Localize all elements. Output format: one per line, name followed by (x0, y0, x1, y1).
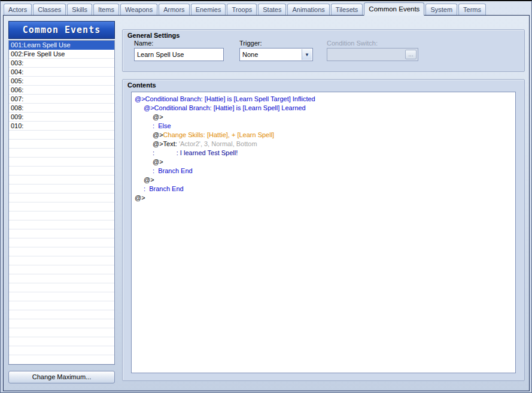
tab-armors[interactable]: Armors (159, 4, 189, 15)
condition-switch-browse-button: ... (405, 50, 417, 59)
condition-switch-field: ... (327, 48, 418, 61)
event-command-line[interactable]: @> (135, 176, 515, 185)
trigger-value: None (242, 49, 258, 61)
event-command-line[interactable]: @>Conditional Branch: [Hattie] is [Learn… (135, 95, 515, 104)
list-item[interactable] (9, 337, 114, 346)
database-window: ActorsClassesSkillsItemsWeaponsArmorsEne… (0, 0, 532, 393)
event-command-line[interactable]: : Else (135, 122, 515, 131)
command-text: @> (144, 176, 154, 183)
tab-weapons[interactable]: Weapons (120, 4, 157, 15)
list-item[interactable] (9, 355, 114, 364)
list-item[interactable] (9, 229, 114, 238)
event-list[interactable]: 001:Learn Spell Use002:Fire Spell Use003… (8, 40, 115, 365)
list-item[interactable] (9, 238, 114, 247)
list-item[interactable] (9, 131, 114, 140)
list-item[interactable] (9, 211, 114, 220)
tab-troops[interactable]: Troops (227, 4, 257, 15)
command-text: @> (153, 113, 163, 120)
event-command-line[interactable]: @>Conditional Branch: [Hattie] is [Learn… (135, 104, 515, 113)
list-item[interactable] (9, 140, 114, 149)
sidebar-title: Common Events (8, 21, 115, 39)
command-text: Change Skills: [Hattie], + [Learn Spell] (163, 131, 275, 138)
event-command-line[interactable]: : Branch End (135, 167, 515, 176)
list-item[interactable] (9, 185, 114, 194)
command-text: @>Text: (153, 140, 179, 147)
event-command-line[interactable]: @>Change Skills: [Hattie], + [Learn Spel… (135, 131, 515, 140)
tab-bar: ActorsClassesSkillsItemsWeaponsArmorsEne… (4, 2, 530, 15)
trigger-label: Trigger: (239, 40, 262, 47)
tab-system[interactable]: System (425, 4, 457, 15)
general-settings-group: General Settings Name: Trigger: None ▼ C… (122, 29, 525, 72)
event-command-line[interactable]: : : I learned Test Spell! (135, 149, 515, 158)
list-item[interactable] (9, 274, 114, 283)
event-command-line[interactable]: : Branch End (135, 185, 515, 194)
list-item[interactable]: 010: (9, 122, 114, 131)
list-item[interactable]: 003: (9, 59, 114, 68)
list-item[interactable]: 005: (9, 77, 114, 86)
list-item[interactable]: 004: (9, 68, 114, 77)
command-text: : Branch End (144, 185, 184, 192)
name-input[interactable] (134, 48, 224, 61)
list-item[interactable] (9, 158, 114, 167)
list-item[interactable] (9, 292, 114, 301)
command-text: @> (135, 194, 145, 201)
list-item[interactable] (9, 256, 114, 265)
list-item[interactable] (9, 202, 114, 211)
tab-terms[interactable]: Terms (458, 4, 486, 15)
chevron-down-icon[interactable]: ▼ (302, 49, 312, 60)
list-item[interactable]: 007: (9, 95, 114, 104)
list-item[interactable] (9, 319, 114, 328)
tab-tilesets[interactable]: Tilesets (331, 4, 363, 15)
command-text: @> (153, 158, 163, 165)
command-text: : Else (153, 122, 171, 129)
list-item[interactable] (9, 194, 114, 202)
tab-actors[interactable]: Actors (4, 4, 32, 15)
event-command-line[interactable]: @> (135, 113, 515, 122)
tab-items[interactable]: Items (93, 4, 119, 15)
general-settings-title: General Settings (127, 32, 180, 39)
list-item[interactable] (9, 149, 114, 158)
name-label: Name: (134, 40, 153, 47)
list-item[interactable]: 001:Learn Spell Use (9, 41, 114, 50)
command-text: 'Actor2', 3, Normal, Bottom (179, 140, 257, 147)
list-item[interactable]: 006: (9, 86, 114, 95)
common-events-panel: Common Events 001:Learn Spell Use002:Fir… (3, 15, 530, 391)
list-item[interactable]: 008: (9, 104, 114, 113)
tab-common-events[interactable]: Common Events (364, 2, 424, 16)
list-item[interactable] (9, 283, 114, 292)
command-text: : Branch End (153, 167, 193, 174)
command-text: @> (153, 131, 163, 138)
condition-switch-label: Condition Switch: (327, 40, 378, 47)
tab-enemies[interactable]: Enemies (191, 4, 226, 15)
list-item[interactable] (9, 265, 114, 274)
event-commands[interactable]: @>Conditional Branch: [Hattie] is [Learn… (131, 92, 516, 373)
command-text: @>Conditional Branch: [Hattie] is [Learn… (135, 95, 315, 102)
contents-title: Contents (127, 81, 156, 89)
list-item[interactable] (9, 301, 114, 310)
list-item[interactable] (9, 328, 114, 337)
list-item[interactable] (9, 220, 114, 229)
event-command-line[interactable]: @>Text: 'Actor2', 3, Normal, Bottom (135, 140, 515, 149)
list-item[interactable] (9, 247, 114, 256)
list-item[interactable]: 002:Fire Spell Use (9, 50, 114, 59)
event-command-line[interactable]: @> (135, 158, 515, 167)
list-item[interactable] (9, 167, 114, 176)
list-item[interactable]: 009: (9, 113, 114, 122)
command-text: : : I learned Test Spell! (153, 149, 238, 156)
tab-animations[interactable]: Animations (287, 4, 329, 15)
tab-states[interactable]: States (258, 4, 286, 15)
contents-group: Contents @>Conditional Branch: [Hattie] … (122, 79, 525, 381)
list-item[interactable] (9, 176, 114, 185)
tab-classes[interactable]: Classes (33, 4, 66, 15)
change-maximum-button[interactable]: Change Maximum... (8, 371, 115, 383)
trigger-dropdown[interactable]: None ▼ (239, 48, 313, 61)
command-text: @>Conditional Branch: [Hattie] is [Learn… (144, 104, 306, 111)
list-item[interactable] (9, 346, 114, 355)
list-item[interactable] (9, 310, 114, 319)
event-command-line[interactable]: @> (135, 194, 515, 202)
tab-skills[interactable]: Skills (67, 4, 92, 15)
